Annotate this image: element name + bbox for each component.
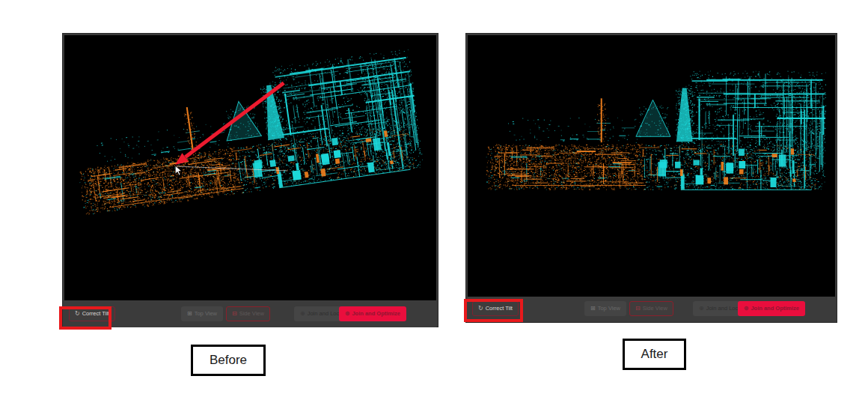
top-view-label: Top View [598, 306, 620, 312]
after-caption-label: After [641, 347, 668, 362]
side-view-icon: ⊟ [232, 311, 237, 317]
join-lock-icon: ⊕ [300, 311, 305, 317]
before-after-comparison-figure: ↻ Correct Tilt ⊞ Top View ⊟ Side View ⊕ … [0, 0, 868, 394]
join-optimize-label: Join and Optimize [352, 311, 400, 317]
join-and-optimize-button[interactable]: ⊛ Join and Optimize [339, 306, 406, 321]
top-view-button[interactable]: ⊞ Top View [584, 301, 626, 316]
join-optimize-label: Join and Optimize [751, 306, 799, 312]
join-optimize-icon: ⊛ [744, 306, 749, 312]
correct-tilt-icon: ↻ [75, 311, 80, 317]
before-caption-label: Before [210, 353, 247, 368]
correct-tilt-label: Correct Tilt [486, 306, 513, 312]
join-and-optimize-button[interactable]: ⊛ Join and Optimize [738, 301, 805, 316]
before-caption: Before [191, 345, 266, 376]
after-panel: ↻ Correct Tilt ⊞ Top View ⊟ Side View ⊕ … [465, 33, 837, 323]
before-pointcloud-viewport[interactable] [64, 35, 436, 300]
join-lock-label: Join and Lock [308, 311, 342, 317]
correct-tilt-icon: ↻ [478, 306, 483, 312]
side-view-icon: ⊟ [635, 306, 641, 312]
join-lock-icon: ⊕ [699, 306, 704, 312]
after-pointcloud-canvas[interactable] [468, 35, 835, 297]
after-toolbar: ↻ Correct Tilt ⊞ Top View ⊟ Side View ⊕ … [468, 297, 835, 321]
top-view-button[interactable]: ⊞ Top View [181, 306, 223, 321]
correct-tilt-button[interactable]: ↻ Correct Tilt [69, 306, 115, 321]
after-caption: After [623, 339, 686, 370]
top-view-icon: ⊞ [187, 311, 192, 317]
before-panel: ↻ Correct Tilt ⊞ Top View ⊟ Side View ⊕ … [62, 33, 438, 327]
side-view-button[interactable]: ⊟ Side View [226, 306, 270, 321]
join-lock-label: Join and Lock [706, 306, 741, 312]
side-view-label: Side View [239, 311, 264, 317]
top-view-label: Top View [195, 311, 217, 317]
before-pointcloud-canvas[interactable] [64, 35, 436, 300]
side-view-button[interactable]: ⊟ Side View [629, 301, 673, 316]
correct-tilt-label: Correct Tilt [82, 311, 109, 317]
side-view-label: Side View [643, 306, 667, 312]
top-view-icon: ⊞ [590, 306, 596, 312]
join-optimize-icon: ⊛ [345, 311, 350, 317]
before-toolbar: ↻ Correct Tilt ⊞ Top View ⊟ Side View ⊕ … [64, 300, 436, 327]
correct-tilt-button[interactable]: ↻ Correct Tilt [472, 301, 519, 316]
after-pointcloud-viewport[interactable] [468, 35, 835, 297]
